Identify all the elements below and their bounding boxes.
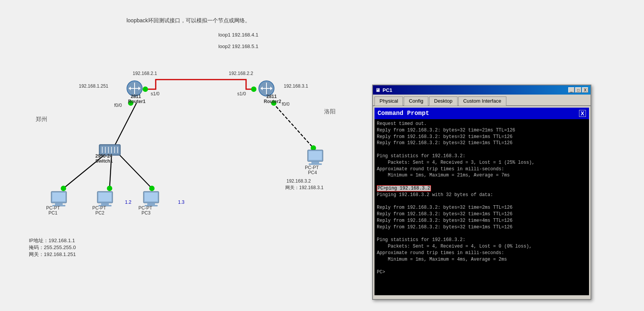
- cmd-line-21: Approximate round trip times in milli-se…: [377, 250, 587, 256]
- svg-rect-34: [311, 161, 319, 163]
- tab-desktop[interactable]: Desktop: [429, 96, 458, 106]
- pc1-titlebar: 🖥 PC1 _ □ X: [373, 85, 591, 95]
- network-diagram: loopback环回测试接口，可以模拟一个节点或网络。 loop1 192.16…: [0, 0, 369, 311]
- command-prompt-header: Command Prompt X: [374, 108, 589, 119]
- pc2-icon[interactable]: [97, 191, 113, 206]
- sw1-model: 2950-24: [95, 153, 112, 159]
- pc1-name: PC1: [48, 210, 58, 216]
- command-prompt-close[interactable]: X: [579, 110, 586, 117]
- r1-sw1-link: [113, 103, 136, 148]
- pc3-suffix: 1.3: [178, 200, 185, 205]
- cmd-ping-command: PC>ping 192.168.3.2: [377, 185, 431, 191]
- r2-pc4-link: [273, 103, 313, 148]
- loop1-label: loop1 192.168.4.1: [218, 32, 258, 38]
- svg-rect-22: [55, 203, 63, 205]
- luoyang-label: 洛阳: [324, 108, 336, 115]
- pc1-title-group: 🖥 PC1: [375, 87, 392, 93]
- r1-ip-top: 192.168.2.1: [133, 71, 157, 76]
- cmd-line-10: [377, 179, 587, 185]
- cmd-line-18: [377, 231, 587, 237]
- minimize-button[interactable]: _: [568, 87, 574, 93]
- cmd-line-8: Approximate round trip times in milli-se…: [377, 166, 587, 173]
- pc4-name: PC4: [308, 170, 317, 175]
- svg-rect-26: [101, 203, 109, 205]
- svg-rect-30: [147, 203, 155, 205]
- pc4-label: PC-PT: [305, 165, 319, 170]
- pc1-mask-info: 掩码：255.255.255.0: [29, 244, 76, 250]
- tab-physical[interactable]: Physical: [374, 96, 403, 106]
- command-prompt-title: Command Prompt: [378, 110, 429, 117]
- command-prompt-body[interactable]: Request timed out. Reply from 192.168.3.…: [374, 119, 589, 295]
- svg-rect-21: [52, 193, 65, 201]
- cmd-line-7: Packets: Sent = 4, Received = 3, Lost = …: [377, 160, 587, 166]
- cmd-prompt-line: PC>: [377, 269, 587, 276]
- cmd-line-16: Reply from 192.168.3.2: bytes=32 time=4m…: [377, 218, 587, 224]
- pc1-icon[interactable]: [51, 191, 67, 206]
- sw1-pc3-link: [118, 154, 152, 188]
- cmd-line-9: Minimum = 1ms, Maximum = 21ms, Average =…: [377, 172, 587, 179]
- tab-config[interactable]: Config: [404, 96, 428, 106]
- pc4-gw: 网关：192.168.3.1: [285, 185, 324, 190]
- r1-s1-port: [143, 86, 148, 92]
- cmd-line-6: Ping statistics for 192.168.3.2:: [377, 153, 587, 160]
- cmd-line-13: [377, 198, 587, 205]
- cmd-line-15: Reply from 192.168.3.2: bytes=32 time=1m…: [377, 211, 587, 218]
- cmd-line-14: Reply from 192.168.3.2: bytes=32 time=2m…: [377, 205, 587, 211]
- pc1-title-label: PC1: [383, 87, 392, 93]
- pc3-icon[interactable]: [143, 191, 159, 206]
- cmd-line-19: Ping statistics for 192.168.3.2:: [377, 237, 587, 243]
- pc1-tab-content: Command Prompt X Request timed out. Repl…: [373, 106, 591, 298]
- loopback-text: loopback环回测试接口，可以模拟一个节点或网络。: [126, 17, 250, 23]
- maximize-button[interactable]: □: [575, 87, 581, 93]
- cmd-ping-highlight: PC>ping 192.168.3.2: [377, 185, 587, 192]
- cmd-line-5: [377, 146, 587, 153]
- cmd-line-12: Pinging 192.168.3.2 with 32 bytes of dat…: [377, 192, 587, 198]
- r2-ip-right: 192.168.3.1: [284, 83, 308, 89]
- pc1-dialog: 🖥 PC1 _ □ X Physical Config Desktop Cust…: [372, 85, 591, 300]
- r1-ip-left: 192.168.1.251: [79, 83, 108, 89]
- wan-link: [145, 80, 254, 89]
- pc2-name: PC2: [95, 210, 105, 216]
- pc1-port: [61, 186, 66, 191]
- svg-rect-29: [145, 193, 158, 201]
- r2-f0-label: f0/0: [282, 101, 290, 107]
- pc1-ip-info: IP地址：192.168.1.1: [29, 238, 75, 243]
- cmd-line-3: Reply from 192.168.3.2: bytes=32 time=1m…: [377, 134, 587, 140]
- pc1-window-controls: _ □ X: [568, 87, 588, 93]
- pc2-port: [107, 186, 112, 191]
- cmd-line-2: Reply from 192.168.3.2: bytes=32 time=21…: [377, 127, 587, 134]
- r1-model: 2811: [131, 94, 141, 99]
- pc4-icon[interactable]: [308, 150, 323, 165]
- cmd-line-20: Packets: Sent = 4, Received = 4, Lost = …: [377, 243, 587, 250]
- r2-s1-port: [251, 86, 256, 92]
- pc1-title-icon: 🖥: [375, 87, 380, 93]
- pc1-tab-bar: Physical Config Desktop Custom Interface: [373, 95, 591, 106]
- svg-rect-13: [100, 146, 119, 154]
- zhengzhou-label: 郑州: [36, 116, 47, 122]
- pc4-ip: 192.168.3.2: [286, 178, 311, 184]
- cmd-line-22: Minimum = 1ms, Maximum = 4ms, Average = …: [377, 256, 587, 263]
- pc3-name: PC3: [141, 210, 151, 216]
- r1-f0-label: f0/0: [114, 103, 122, 108]
- pc3-label: PC-PT: [138, 205, 153, 211]
- pc1-label: PC-PT: [46, 205, 60, 211]
- pc2-suffix: 1.2: [125, 200, 131, 205]
- r1-s1-label: s1/0: [151, 91, 160, 96]
- sw1-name: Switch1: [95, 158, 113, 164]
- close-button[interactable]: X: [582, 87, 588, 93]
- r2-s1-label: s1/0: [237, 91, 246, 96]
- r1-name: Router1: [128, 99, 146, 104]
- r2-ip-top-left: 192.168.2.2: [229, 71, 253, 76]
- cmd-line-1: Request timed out.: [377, 121, 587, 127]
- r2-name: Router2: [264, 99, 281, 104]
- r2-model: 2811: [266, 94, 277, 99]
- loop2-label: loop2 192.168.5.1: [218, 43, 258, 49]
- cmd-line-23: [377, 263, 587, 269]
- pc3-port: [149, 186, 155, 191]
- tab-custom-interface[interactable]: Custom Interface: [458, 96, 506, 106]
- cmd-line-17: Reply from 192.168.3.2: bytes=32 time=1m…: [377, 224, 587, 231]
- pc1-gw-info: 网关：192.168.1.251: [29, 251, 76, 257]
- svg-rect-25: [98, 193, 111, 201]
- svg-rect-33: [309, 151, 322, 160]
- cmd-line-4: Reply from 192.168.3.2: bytes=32 time=1m…: [377, 140, 587, 146]
